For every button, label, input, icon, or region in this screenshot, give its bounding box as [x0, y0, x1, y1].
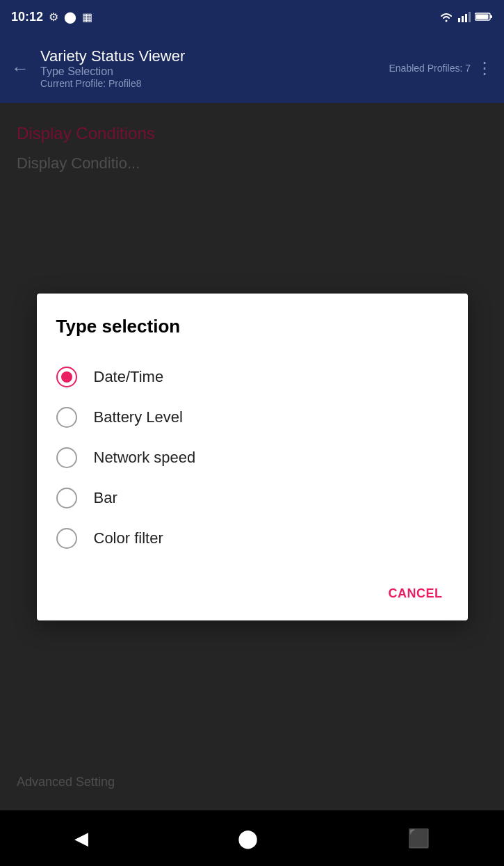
- radio-item-colorfilter[interactable]: Color filter: [56, 518, 448, 559]
- type-selection-dialog: Type selection Date/Time Battery Level N…: [37, 294, 468, 620]
- svg-rect-2: [465, 14, 467, 22]
- app-subtitle2: Current Profile: Profile8: [40, 78, 377, 89]
- radio-label-datetime: Date/Time: [94, 368, 164, 386]
- radio-label-battery: Battery Level: [94, 408, 183, 426]
- battery-icon: [475, 12, 493, 22]
- radio-item-bar[interactable]: Bar: [56, 478, 448, 518]
- more-options-icon[interactable]: ⋮: [476, 58, 493, 78]
- radio-circle-colorfilter: [56, 528, 77, 549]
- radio-item-battery[interactable]: Battery Level: [56, 397, 448, 438]
- dialog-actions: CANCEL: [56, 575, 448, 607]
- enabled-profiles-label: Enabled Profiles: 7: [389, 63, 471, 74]
- back-button[interactable]: ←: [11, 58, 29, 79]
- app-title: Variety Status Viewer: [40, 47, 377, 65]
- signal-icon: [458, 11, 471, 22]
- nav-recent-icon[interactable]: ⬛: [407, 828, 430, 849]
- svg-rect-1: [462, 16, 464, 22]
- svg-rect-5: [490, 15, 492, 18]
- radio-circle-bar: [56, 488, 77, 508]
- radio-circle-network: [56, 447, 77, 468]
- cancel-button[interactable]: CANCEL: [383, 581, 448, 607]
- status-time: 10:12: [11, 10, 43, 24]
- app-bar: ← Variety Status Viewer Type Selection C…: [0, 33, 504, 103]
- nav-home-icon[interactable]: ⬤: [238, 828, 258, 849]
- svg-rect-3: [469, 12, 471, 22]
- nav-back-icon[interactable]: ◀: [74, 828, 88, 849]
- main-content: Display Conditions Display Conditio... T…: [0, 103, 504, 810]
- menu-status-icon: ▦: [82, 10, 92, 24]
- radio-item-datetime[interactable]: Date/Time: [56, 357, 448, 397]
- radio-item-network[interactable]: Network speed: [56, 438, 448, 478]
- app-bar-title-group: Variety Status Viewer Type Selection Cur…: [40, 47, 377, 89]
- gear-status-icon: ⚙: [49, 10, 58, 24]
- nav-bar: ◀ ⬤ ⬛: [0, 810, 504, 866]
- svg-rect-6: [476, 15, 489, 19]
- radio-label-bar: Bar: [94, 489, 117, 507]
- radio-label-colorfilter: Color filter: [94, 529, 163, 547]
- dialog-title: Type selection: [56, 316, 448, 337]
- status-bar: 10:12 ⚙ ⬤ ▦: [0, 0, 504, 33]
- radio-label-network: Network speed: [94, 449, 196, 467]
- wifi-icon: [439, 11, 454, 22]
- app-subtitle: Type Selection: [40, 65, 377, 78]
- circle-status-icon: ⬤: [64, 10, 76, 24]
- dialog-overlay: Type selection Date/Time Battery Level N…: [0, 103, 504, 810]
- radio-inner-datetime: [61, 371, 72, 383]
- radio-circle-datetime: [56, 367, 77, 387]
- svg-rect-0: [458, 18, 460, 22]
- app-bar-right: Enabled Profiles: 7 ⋮: [389, 58, 493, 78]
- status-bar-left: 10:12 ⚙ ⬤ ▦: [11, 10, 92, 24]
- status-bar-right: [439, 11, 493, 22]
- radio-circle-battery: [56, 407, 77, 428]
